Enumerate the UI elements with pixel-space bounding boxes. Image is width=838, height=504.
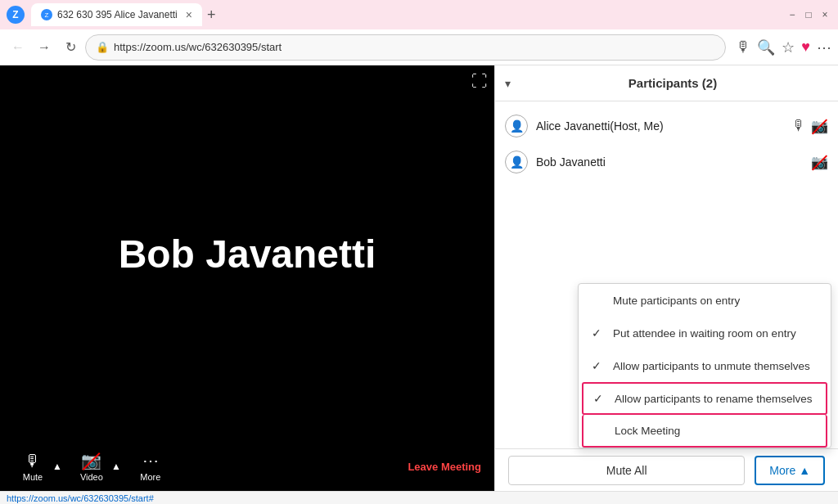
alice-video-icon: 📷	[811, 118, 828, 135]
menu-label-0: Mute participants on entry	[613, 295, 740, 307]
toolbar-right: 🎙 🔍 ☆ ♥ ⋯	[736, 38, 831, 56]
lock-icon: 🔒	[96, 41, 109, 53]
menu-item-mute-entry[interactable]: Mute participants on entry	[579, 284, 831, 317]
star-icon[interactable]: ☆	[782, 38, 795, 56]
menu-label-4: Lock Meeting	[615, 425, 680, 437]
mute-all-button[interactable]: Mute All	[508, 456, 745, 485]
mute-label: Mute	[23, 472, 43, 482]
alice-mic-icon: 🎙	[792, 118, 806, 135]
close-button[interactable]: ×	[818, 8, 831, 21]
menu-label-2: Allow participants to unmute themselves	[613, 360, 810, 372]
bob-name: Bob Javanetti	[536, 155, 803, 169]
active-speaker-name: Bob Javanetti	[119, 232, 376, 277]
reload-button[interactable]: ↻	[59, 36, 82, 59]
check-icon-1: ✓	[592, 326, 605, 340]
browser-toolbar: ← → ↻ 🔒 https://zoom.us/wc/632630395/sta…	[0, 29, 838, 65]
back-button[interactable]: ←	[7, 36, 29, 59]
menu-label-3: Allow participants to rename themselves	[615, 393, 813, 405]
tab-bar: Z 632 630 395 Alice Javanetti × +	[31, 3, 779, 26]
minimize-button[interactable]: −	[786, 8, 799, 21]
bob-avatar: 👤	[505, 151, 528, 173]
alice-icons: 🎙 📷	[792, 118, 828, 135]
menu-label-1: Put attendee in waiting room on entry	[613, 327, 796, 340]
bob-video-icon: 📷	[811, 154, 828, 171]
expand-button[interactable]: ⛶	[471, 72, 488, 91]
participants-panel: ▾ Participants (2) 👤 Alice Javanetti(Hos…	[494, 65, 838, 491]
more-dropdown-menu: Mute participants on entry ✓ Put attende…	[578, 283, 831, 448]
collapse-arrow-icon[interactable]: ▾	[505, 77, 511, 90]
mute-button[interactable]: 🎙 Mute	[13, 452, 52, 482]
mute-arrow[interactable]: ▲	[52, 461, 62, 472]
title-bar: Z Z 632 630 395 Alice Javanetti × + − □ …	[0, 0, 838, 29]
status-bar: https://zoom.us/wc/632630395/start#	[0, 491, 838, 504]
maximize-button[interactable]: □	[802, 8, 815, 21]
video-toolbar: 🎙 Mute ▲ 📷 Video ▲	[0, 442, 494, 491]
video-button[interactable]: 📷 Video	[72, 451, 111, 482]
menu-item-waiting-room[interactable]: ✓ Put attendee in waiting room on entry	[579, 317, 831, 349]
check-icon-3: ✓	[593, 392, 606, 405]
microphone-icon[interactable]: 🎙	[736, 38, 750, 56]
window-controls: − □ ×	[786, 8, 831, 21]
panel-footer: Mute All More ▲	[495, 448, 838, 491]
leave-meeting-button[interactable]: Leave Meeting	[408, 461, 481, 473]
video-button-group: 📷 Video ▲	[72, 451, 121, 482]
alice-name: Alice Javanetti(Host, Me)	[536, 119, 784, 133]
new-tab-button[interactable]: +	[207, 7, 216, 24]
panel-header: ▾ Participants (2)	[495, 65, 838, 101]
video-area: Bob Javanetti ⛶ 🎙 Mute ▲ 📷	[0, 65, 494, 491]
menu-item-lock[interactable]: Lock Meeting	[582, 415, 827, 448]
video-icon: 📷	[81, 451, 101, 470]
heart-icon[interactable]: ♥	[801, 38, 810, 56]
more-dots-icon: ⋯	[142, 451, 159, 470]
check-icon-2: ✓	[592, 359, 605, 372]
zoom-logo: Z	[7, 6, 25, 24]
url-text: https://zoom.us/wc/632630395/start	[114, 41, 282, 53]
menu-icon[interactable]: ⋯	[817, 38, 831, 56]
panel-title: Participants (2)	[628, 76, 717, 90]
tab-close-button[interactable]: ×	[186, 8, 192, 21]
mute-button-group: 🎙 Mute ▲	[13, 452, 62, 482]
video-label: Video	[80, 472, 103, 482]
mute-icon: 🎙	[25, 452, 41, 470]
menu-item-unmute[interactable]: ✓ Allow participants to unmute themselve…	[579, 349, 831, 382]
bob-icons: 📷	[811, 154, 828, 171]
participant-item-alice[interactable]: 👤 Alice Javanetti(Host, Me) 🎙 📷	[495, 108, 838, 144]
search-icon[interactable]: 🔍	[757, 38, 775, 56]
active-tab[interactable]: Z 632 630 395 Alice Javanetti ×	[31, 3, 202, 26]
menu-item-rename[interactable]: ✓ Allow participants to rename themselve…	[582, 382, 827, 415]
forward-button[interactable]: →	[33, 36, 56, 59]
video-main: Bob Javanetti	[0, 65, 494, 442]
video-arrow[interactable]: ▲	[111, 461, 121, 472]
tab-title: 632 630 395 Alice Javanetti	[57, 9, 178, 20]
more-video-button[interactable]: ⋯ More	[131, 451, 170, 482]
address-bar[interactable]: 🔒 https://zoom.us/wc/632630395/start	[85, 34, 726, 61]
participant-item-bob[interactable]: 👤 Bob Javanetti 📷	[495, 144, 838, 180]
alice-avatar: 👤	[505, 115, 528, 137]
more-video-label: More	[140, 472, 160, 482]
browser-frame: Z Z 632 630 395 Alice Javanetti × + − □ …	[0, 0, 838, 504]
tab-favicon: Z	[41, 9, 52, 20]
content-area: Bob Javanetti ⛶ 🎙 Mute ▲ 📷	[0, 65, 838, 491]
status-url: https://zoom.us/wc/632630395/start#	[7, 493, 154, 503]
more-button[interactable]: More ▲	[755, 456, 825, 485]
